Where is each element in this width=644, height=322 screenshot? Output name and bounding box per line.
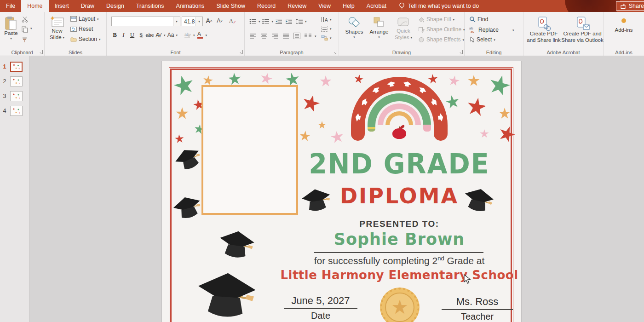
align-center-button[interactable] [259, 31, 268, 40]
tab-view[interactable]: View [312, 0, 337, 12]
cut-button[interactable] [20, 15, 29, 24]
italic-button[interactable]: I [119, 30, 128, 40]
copy-chevron[interactable]: ▾ [30, 27, 32, 30]
change-case-button[interactable]: Aa [167, 30, 175, 40]
bullets-chevron[interactable]: ▾ [259, 20, 260, 23]
font-size-combo[interactable]: 41.8 ▾ [182, 17, 203, 26]
school-name-text[interactable]: Little Harmony Elementary School [280, 268, 518, 282]
text-shadow-button[interactable]: S [137, 30, 145, 40]
slide-thumbnail-2[interactable]: 2 [0, 75, 30, 87]
convert-smartart-button[interactable]: ▾ [321, 35, 332, 41]
tab-animations[interactable]: Animations [170, 0, 211, 12]
font-color-chevron[interactable]: ▾ [206, 34, 207, 37]
distribute-button[interactable] [293, 31, 301, 40]
format-painter-button[interactable] [20, 35, 29, 44]
create-pdf-share-link-button[interactable]: Create PDF and Share link [524, 14, 563, 43]
tab-help[interactable]: Help [337, 0, 361, 12]
bold-button[interactable]: B [110, 30, 119, 40]
addins-button[interactable]: Add-ins [612, 16, 636, 34]
strikethrough-button[interactable]: abc [145, 30, 154, 40]
medal-graphic[interactable]: ★ [380, 288, 420, 322]
drawing-dialog-launcher[interactable] [459, 50, 463, 54]
paste-button[interactable]: Paste ▾ [3, 14, 19, 40]
shapes-button[interactable]: Shapes ▾ [344, 14, 365, 39]
copy-button[interactable] [20, 25, 29, 34]
photo-placeholder[interactable] [201, 85, 298, 215]
columns-button[interactable] [304, 31, 312, 40]
slide-thumbnail-1[interactable]: 1 [0, 61, 30, 73]
tab-transitions[interactable]: Transitions [130, 0, 170, 12]
date-signature-block[interactable]: June 5, 2027 Date [284, 295, 357, 321]
diploma-title-text[interactable]: DIPLOMA [340, 184, 459, 208]
slide-thumbnail-preview [10, 106, 23, 116]
tab-record[interactable]: Record [251, 0, 282, 12]
create-pdf-share-outlook-button[interactable]: Create PDF and Share via Outlook [561, 14, 604, 43]
replace-chevron[interactable]: ▾ [512, 29, 514, 32]
ribbon-tabs: FileHomeInsertDrawDesignTransitionsAnima… [0, 0, 392, 12]
slide-thumbnail-3[interactable]: 3 [0, 90, 30, 102]
grade-title-text[interactable]: 2ND GRADE [309, 148, 490, 180]
tab-file[interactable]: File [0, 0, 21, 12]
quick-styles-button[interactable]: Quick Styles▾ [392, 14, 414, 40]
paragraph-dialog-launcher[interactable] [333, 50, 337, 54]
select-button[interactable]: Select▾ [469, 36, 495, 43]
numbering-chevron[interactable]: ▾ [272, 20, 274, 23]
tab-home[interactable]: Home [21, 0, 48, 12]
font-color-button[interactable]: A [196, 30, 205, 40]
layout-button[interactable]: Layout▾ [70, 16, 99, 22]
student-name-text[interactable]: Sophie Brown [334, 230, 465, 248]
shape-outline-button[interactable]: Shape Outline▾ [418, 26, 465, 33]
align-right-button[interactable] [270, 31, 279, 40]
highlight-button[interactable]: ab [184, 30, 192, 40]
increase-font-button[interactable]: A˄ [205, 16, 213, 25]
font-name-chevron[interactable]: ▾ [173, 17, 180, 26]
bullets-button[interactable] [248, 17, 257, 26]
tab-acrobat[interactable]: Acrobat [361, 0, 392, 12]
character-spacing-chevron[interactable]: ▾ [164, 34, 166, 37]
tab-slide-show[interactable]: Slide Show [210, 0, 251, 12]
underline-button[interactable]: U [128, 30, 137, 40]
clear-formatting-button[interactable]: A [228, 16, 237, 25]
columns-chevron[interactable]: ▾ [315, 34, 316, 38]
line-spacing-chevron[interactable]: ▾ [305, 20, 307, 23]
tab-draw[interactable]: Draw [75, 0, 100, 12]
tell-me-box[interactable]: Tell me what you want to do [399, 0, 479, 12]
teacher-line [442, 309, 513, 310]
teacher-signature-block[interactable]: Ms. Ross Teacher [442, 296, 513, 322]
slide-thumbnail-4[interactable]: 4 [0, 105, 30, 117]
font-size-chevron[interactable]: ▾ [196, 17, 202, 26]
align-text-button[interactable]: ▾ [321, 26, 332, 32]
tab-insert[interactable]: Insert [49, 0, 75, 12]
justify-button[interactable] [282, 31, 290, 40]
find-button[interactable]: Find [469, 16, 488, 23]
share-button[interactable]: Share [616, 1, 644, 11]
reset-button[interactable]: Reset [70, 26, 93, 32]
presented-to-text[interactable]: PRESENTED TO: [359, 219, 439, 229]
tab-review[interactable]: Review [282, 0, 312, 12]
decrease-font-button[interactable]: A˅ [215, 16, 224, 25]
acrobat-group-label: Adobe Acrobat [523, 50, 603, 55]
completing-line-text[interactable]: for successfully completing 2nd Grade at [314, 255, 484, 266]
shape-fill-button[interactable]: Shape Fill▾ [418, 16, 454, 23]
align-left-button[interactable] [248, 31, 257, 40]
clipboard-dialog-launcher[interactable] [39, 50, 43, 54]
decrease-indent-button[interactable] [275, 17, 283, 26]
highlight-chevron[interactable]: ▾ [193, 34, 195, 37]
replace-button[interactable]: abac Replace [469, 26, 499, 33]
new-slide-button[interactable]: New Slide▾ [47, 14, 67, 40]
font-name-combo[interactable]: ▾ [111, 17, 180, 26]
line-spacing-button[interactable] [295, 17, 304, 26]
arrange-button[interactable]: Arrange ▾ [368, 14, 391, 39]
character-spacing-button[interactable]: AV [154, 30, 163, 40]
numbering-button[interactable] [262, 17, 270, 26]
slide-thumbnail-panel[interactable]: 1234 [0, 56, 30, 322]
change-case-chevron[interactable]: ▾ [176, 34, 178, 37]
addins-group-label: Add-ins [604, 50, 644, 55]
slide-number: 1 [0, 63, 9, 70]
tab-design[interactable]: Design [100, 0, 130, 12]
shape-effects-button[interactable]: Shape Effects▾ [418, 36, 464, 43]
text-direction-button[interactable]: A ▾ [321, 17, 332, 23]
font-dialog-launcher[interactable] [239, 50, 243, 54]
increase-indent-button[interactable] [285, 17, 293, 26]
section-button[interactable]: Section▾ [70, 36, 101, 42]
